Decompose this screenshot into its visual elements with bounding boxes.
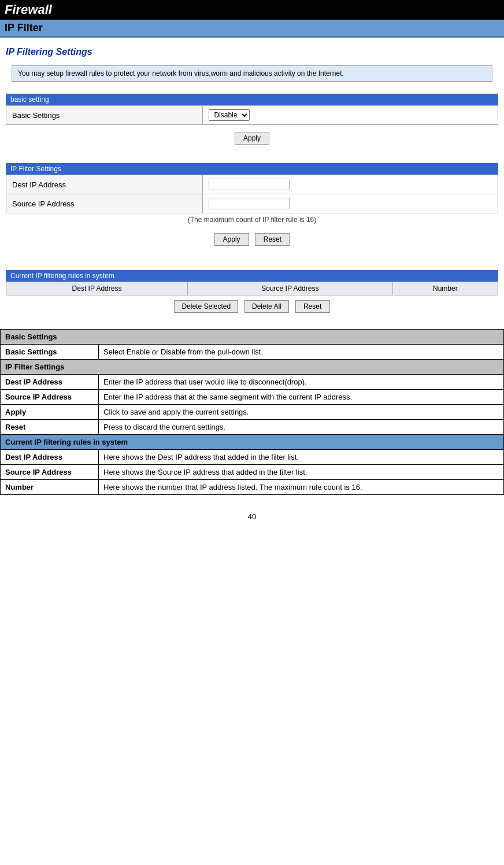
- ip-filter-apply-row: Apply Reset: [6, 226, 498, 253]
- dest-ip-input[interactable]: [209, 179, 290, 190]
- source-ip-value: [203, 194, 498, 213]
- ip-filter-table: Dest IP Address Source IP Address: [6, 175, 498, 213]
- ref-reset-desc: Press to discard the current settings.: [99, 420, 504, 435]
- ref-current-row-2: Number Here shows the number that IP add…: [1, 480, 504, 495]
- info-box: You may setup firewall rules to protect …: [6, 65, 498, 82]
- ref-ipfilter-row-2: Apply Click to save and apply the curren…: [1, 405, 504, 420]
- ref-ipfilter-row-0: Dest IP Address Enter the IP address tha…: [1, 375, 504, 390]
- basic-settings-value: Disable Enable: [203, 106, 498, 125]
- delete-all-button[interactable]: Delete All: [244, 300, 289, 313]
- current-rules-reset-button[interactable]: Reset: [295, 300, 330, 313]
- col-source-ip: Source IP Address: [187, 282, 392, 295]
- ip-filter-apply-button[interactable]: Apply: [214, 233, 249, 246]
- ref-ipfilter-section-header: IP Filter Settings: [1, 360, 504, 375]
- header-firewall: Firewall: [0, 0, 504, 20]
- ref-current-row-1: Source IP Address Here shows the Source …: [1, 465, 504, 480]
- ref-dest-ip-label: Dest IP Address: [1, 375, 99, 390]
- ip-filter-reset-button[interactable]: Reset: [255, 233, 290, 246]
- ref-apply-label: Apply: [1, 405, 99, 420]
- ref-current-source-ip-desc: Here shows the Source IP address that ad…: [99, 465, 504, 480]
- ref-reset-label: Reset: [1, 420, 99, 435]
- page-number: 40: [0, 501, 504, 533]
- source-ip-input[interactable]: [209, 198, 290, 209]
- col-number: Number: [392, 282, 498, 295]
- current-rules-header: Current IP filtering rules in system: [6, 270, 498, 282]
- ref-current-number-desc: Here shows the number that IP address li…: [99, 480, 504, 495]
- main-content: IP Filtering Settings You may setup fire…: [0, 38, 504, 538]
- source-ip-label: Source IP Address: [6, 194, 203, 213]
- current-rules-section: Current IP filtering rules in system Des…: [6, 270, 498, 317]
- ref-source-ip-label: Source IP Address: [1, 390, 99, 405]
- delete-row: Delete Selected Delete All Reset: [6, 295, 498, 317]
- ip-filter-settings-section: IP Filter Settings Dest IP Address Sourc…: [6, 163, 498, 253]
- basic-settings-row: Basic Settings Disable Enable: [6, 106, 498, 125]
- ref-dest-ip-desc: Enter the IP address that user would lik…: [99, 375, 504, 390]
- basic-settings-label: Basic Settings: [6, 106, 203, 125]
- basic-settings-table: Basic Settings Disable Enable: [6, 105, 498, 125]
- basic-apply-row: Apply: [6, 125, 498, 151]
- ref-current-row-0: Dest IP Address Here shows the Dest IP a…: [1, 450, 504, 465]
- ip-filter-note: (The maximum count of IP filter rule is …: [6, 213, 498, 226]
- header-ipfilter: IP Filter: [0, 20, 504, 38]
- info-message: You may setup firewall rules to protect …: [12, 66, 492, 82]
- ref-current-number-label: Number: [1, 480, 99, 495]
- basic-setting-section: basic setting Basic Settings Disable Ena…: [6, 94, 498, 151]
- ref-apply-desc: Click to save and apply the current sett…: [99, 405, 504, 420]
- ref-basic-row-0: Basic Settings Select Enable or Disable …: [1, 345, 504, 360]
- dest-ip-value: [203, 175, 498, 194]
- current-rules-table: Dest IP Address Source IP Address Number: [6, 282, 498, 295]
- ref-current-header-row: Current IP filtering rules in system: [1, 435, 504, 450]
- reference-section: Basic Settings Basic Settings Select Ena…: [0, 329, 504, 495]
- dest-ip-row: Dest IP Address: [6, 175, 498, 194]
- dest-ip-label: Dest IP Address: [6, 175, 203, 194]
- ref-ipfilter-header-row: IP Filter Settings: [1, 360, 504, 375]
- ref-basic-desc-0: Select Enable or Disable from the pull-d…: [99, 345, 504, 360]
- ref-basic-header-row: Basic Settings: [1, 330, 504, 345]
- reference-table: Basic Settings Basic Settings Select Ena…: [0, 329, 504, 495]
- basic-settings-select[interactable]: Disable Enable: [209, 109, 250, 121]
- basic-setting-header: basic setting: [6, 94, 498, 105]
- ip-filter-settings-header: IP Filter Settings: [6, 163, 498, 175]
- ref-current-section-header: Current IP filtering rules in system: [1, 435, 504, 450]
- ref-basic-section-header: Basic Settings: [1, 330, 504, 345]
- basic-apply-button[interactable]: Apply: [235, 132, 269, 145]
- ref-current-source-ip-label: Source IP Address: [1, 465, 99, 480]
- ref-current-dest-ip-desc: Here shows the Dest IP address that adde…: [99, 450, 504, 465]
- delete-selected-button[interactable]: Delete Selected: [174, 300, 238, 313]
- ref-ipfilter-row-1: Source IP Address Enter the IP address t…: [1, 390, 504, 405]
- ref-basic-label-0: Basic Settings: [1, 345, 99, 360]
- ref-ipfilter-row-3: Reset Press to discard the current setti…: [1, 420, 504, 435]
- source-ip-row: Source IP Address: [6, 194, 498, 213]
- ref-current-dest-ip-label: Dest IP Address: [1, 450, 99, 465]
- ref-source-ip-desc: Enter the IP address that at the same se…: [99, 390, 504, 405]
- rules-table-header-row: Dest IP Address Source IP Address Number: [6, 282, 498, 295]
- col-dest-ip: Dest IP Address: [6, 282, 188, 295]
- section-title: IP Filtering Settings: [0, 43, 504, 60]
